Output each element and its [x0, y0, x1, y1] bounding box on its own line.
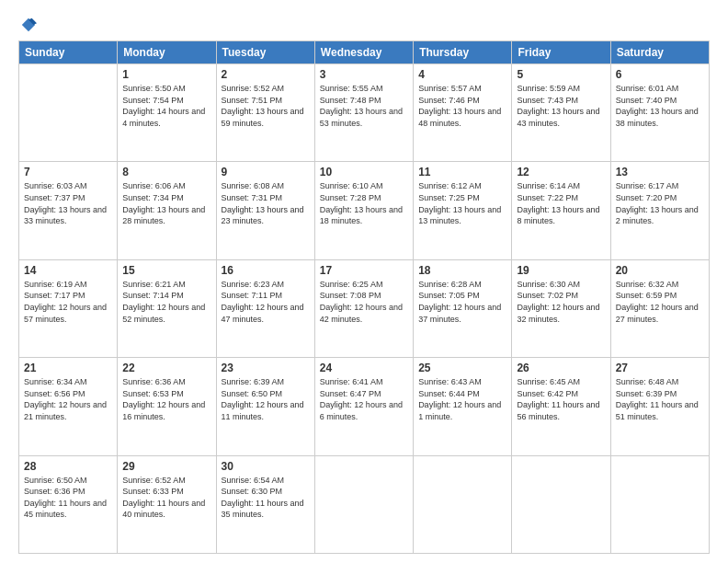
calendar-cell: 19Sunrise: 6:30 AMSunset: 7:02 PMDayligh…	[512, 259, 610, 357]
day-info: Sunrise: 5:50 AMSunset: 7:54 PMDaylight:…	[122, 83, 210, 129]
day-number: 22	[122, 362, 210, 374]
day-number: 29	[122, 460, 210, 473]
day-info: Sunrise: 6:43 AMSunset: 6:44 PMDaylight:…	[418, 376, 506, 422]
day-number: 20	[616, 264, 704, 277]
calendar-cell: 3Sunrise: 5:55 AMSunset: 7:48 PMDaylight…	[314, 64, 413, 162]
day-number: 4	[418, 68, 506, 81]
day-info: Sunrise: 6:28 AMSunset: 7:05 PMDaylight:…	[418, 279, 506, 325]
day-number: 9	[222, 166, 310, 178]
header	[18, 17, 710, 33]
day-info: Sunrise: 6:12 AMSunset: 7:25 PMDaylight:…	[418, 180, 506, 226]
day-number: 15	[122, 264, 210, 277]
day-number: 17	[320, 264, 408, 277]
calendar-header-saturday: Saturday	[610, 41, 709, 64]
page: SundayMondayTuesdayWednesdayThursdayFrid…	[0, 0, 728, 563]
day-info: Sunrise: 6:23 AMSunset: 7:11 PMDaylight:…	[222, 279, 310, 325]
day-number: 7	[24, 166, 112, 178]
calendar-cell: 1Sunrise: 5:50 AMSunset: 7:54 PMDaylight…	[118, 64, 216, 162]
day-number: 5	[517, 68, 605, 81]
calendar-header-tuesday: Tuesday	[216, 41, 314, 64]
calendar-cell	[314, 455, 413, 553]
calendar-cell: 18Sunrise: 6:28 AMSunset: 7:05 PMDayligh…	[414, 259, 512, 357]
calendar-header-wednesday: Wednesday	[314, 41, 413, 64]
calendar-header-sunday: Sunday	[19, 41, 118, 64]
day-info: Sunrise: 6:03 AMSunset: 7:37 PMDaylight:…	[24, 180, 112, 226]
day-info: Sunrise: 6:34 AMSunset: 6:56 PMDaylight:…	[24, 376, 112, 422]
calendar-body: 1Sunrise: 5:50 AMSunset: 7:54 PMDaylight…	[19, 64, 710, 554]
calendar-week-1: 1Sunrise: 5:50 AMSunset: 7:54 PMDaylight…	[19, 64, 710, 162]
calendar-cell: 26Sunrise: 6:45 AMSunset: 6:42 PMDayligh…	[512, 358, 610, 455]
calendar-cell: 22Sunrise: 6:36 AMSunset: 6:53 PMDayligh…	[118, 358, 216, 455]
day-info: Sunrise: 6:52 AMSunset: 6:33 PMDaylight:…	[122, 475, 210, 521]
calendar-week-5: 28Sunrise: 6:50 AMSunset: 6:36 PMDayligh…	[19, 455, 710, 553]
day-number: 18	[418, 264, 506, 277]
day-number: 25	[418, 362, 506, 374]
calendar-cell: 2Sunrise: 5:52 AMSunset: 7:51 PMDaylight…	[216, 64, 314, 162]
day-info: Sunrise: 6:08 AMSunset: 7:31 PMDaylight:…	[222, 180, 310, 226]
calendar-cell: 5Sunrise: 5:59 AMSunset: 7:43 PMDaylight…	[512, 64, 610, 162]
calendar-cell	[610, 455, 709, 553]
calendar-cell: 12Sunrise: 6:14 AMSunset: 7:22 PMDayligh…	[512, 162, 610, 259]
calendar-cell	[512, 455, 610, 553]
day-number: 24	[320, 362, 408, 374]
day-number: 6	[616, 68, 704, 81]
calendar-cell: 20Sunrise: 6:32 AMSunset: 6:59 PMDayligh…	[610, 259, 709, 357]
calendar-cell: 8Sunrise: 6:06 AMSunset: 7:34 PMDaylight…	[118, 162, 216, 259]
calendar-header-thursday: Thursday	[414, 41, 512, 64]
day-number: 8	[122, 166, 210, 178]
calendar-cell: 15Sunrise: 6:21 AMSunset: 7:14 PMDayligh…	[118, 259, 216, 357]
day-info: Sunrise: 6:21 AMSunset: 7:14 PMDaylight:…	[122, 279, 210, 325]
day-number: 2	[222, 68, 310, 81]
calendar-header-row: SundayMondayTuesdayWednesdayThursdayFrid…	[19, 41, 710, 64]
calendar-cell: 24Sunrise: 6:41 AMSunset: 6:47 PMDayligh…	[314, 358, 413, 455]
calendar-cell: 10Sunrise: 6:10 AMSunset: 7:28 PMDayligh…	[314, 162, 413, 259]
calendar-header-friday: Friday	[512, 41, 610, 64]
day-number: 19	[517, 264, 605, 277]
calendar-cell: 7Sunrise: 6:03 AMSunset: 7:37 PMDaylight…	[19, 162, 118, 259]
day-number: 16	[222, 264, 310, 277]
day-number: 10	[320, 166, 408, 178]
day-info: Sunrise: 6:01 AMSunset: 7:40 PMDaylight:…	[616, 83, 704, 129]
day-info: Sunrise: 6:06 AMSunset: 7:34 PMDaylight:…	[122, 180, 210, 226]
day-number: 28	[24, 460, 112, 473]
calendar-week-3: 14Sunrise: 6:19 AMSunset: 7:17 PMDayligh…	[19, 259, 710, 357]
day-number: 12	[517, 166, 605, 178]
calendar-cell: 21Sunrise: 6:34 AMSunset: 6:56 PMDayligh…	[19, 358, 118, 455]
day-info: Sunrise: 6:19 AMSunset: 7:17 PMDaylight:…	[24, 279, 112, 325]
calendar-cell: 25Sunrise: 6:43 AMSunset: 6:44 PMDayligh…	[414, 358, 512, 455]
calendar-cell: 11Sunrise: 6:12 AMSunset: 7:25 PMDayligh…	[414, 162, 512, 259]
day-info: Sunrise: 5:59 AMSunset: 7:43 PMDaylight:…	[517, 83, 605, 129]
day-info: Sunrise: 6:32 AMSunset: 6:59 PMDaylight:…	[616, 279, 704, 325]
calendar-cell: 29Sunrise: 6:52 AMSunset: 6:33 PMDayligh…	[118, 455, 216, 553]
day-info: Sunrise: 6:14 AMSunset: 7:22 PMDaylight:…	[517, 180, 605, 226]
day-number: 1	[122, 68, 210, 81]
calendar-cell: 23Sunrise: 6:39 AMSunset: 6:50 PMDayligh…	[216, 358, 314, 455]
calendar-cell: 13Sunrise: 6:17 AMSunset: 7:20 PMDayligh…	[610, 162, 709, 259]
calendar-cell: 6Sunrise: 6:01 AMSunset: 7:40 PMDaylight…	[610, 64, 709, 162]
day-info: Sunrise: 6:36 AMSunset: 6:53 PMDaylight:…	[122, 376, 210, 422]
day-number: 14	[24, 264, 112, 277]
calendar-cell: 4Sunrise: 5:57 AMSunset: 7:46 PMDaylight…	[414, 64, 512, 162]
calendar-table: SundayMondayTuesdayWednesdayThursdayFrid…	[18, 40, 710, 554]
day-number: 26	[517, 362, 605, 374]
day-info: Sunrise: 6:45 AMSunset: 6:42 PMDaylight:…	[517, 376, 605, 422]
calendar-cell: 28Sunrise: 6:50 AMSunset: 6:36 PMDayligh…	[19, 455, 118, 553]
day-info: Sunrise: 6:48 AMSunset: 6:39 PMDaylight:…	[616, 376, 704, 422]
day-info: Sunrise: 5:55 AMSunset: 7:48 PMDaylight:…	[320, 83, 408, 129]
calendar-cell: 9Sunrise: 6:08 AMSunset: 7:31 PMDaylight…	[216, 162, 314, 259]
day-info: Sunrise: 6:50 AMSunset: 6:36 PMDaylight:…	[24, 475, 112, 521]
day-number: 3	[320, 68, 408, 81]
calendar-cell: 17Sunrise: 6:25 AMSunset: 7:08 PMDayligh…	[314, 259, 413, 357]
day-info: Sunrise: 5:52 AMSunset: 7:51 PMDaylight:…	[222, 83, 310, 129]
logo	[18, 17, 37, 33]
day-info: Sunrise: 6:39 AMSunset: 6:50 PMDaylight:…	[222, 376, 310, 422]
day-number: 23	[222, 362, 310, 374]
day-number: 11	[418, 166, 506, 178]
calendar-week-4: 21Sunrise: 6:34 AMSunset: 6:56 PMDayligh…	[19, 358, 710, 455]
day-info: Sunrise: 5:57 AMSunset: 7:46 PMDaylight:…	[418, 83, 506, 129]
day-info: Sunrise: 6:17 AMSunset: 7:20 PMDaylight:…	[616, 180, 704, 226]
calendar-cell: 30Sunrise: 6:54 AMSunset: 6:30 PMDayligh…	[216, 455, 314, 553]
calendar-cell	[414, 455, 512, 553]
day-info: Sunrise: 6:10 AMSunset: 7:28 PMDaylight:…	[320, 180, 408, 226]
day-info: Sunrise: 6:30 AMSunset: 7:02 PMDaylight:…	[517, 279, 605, 325]
